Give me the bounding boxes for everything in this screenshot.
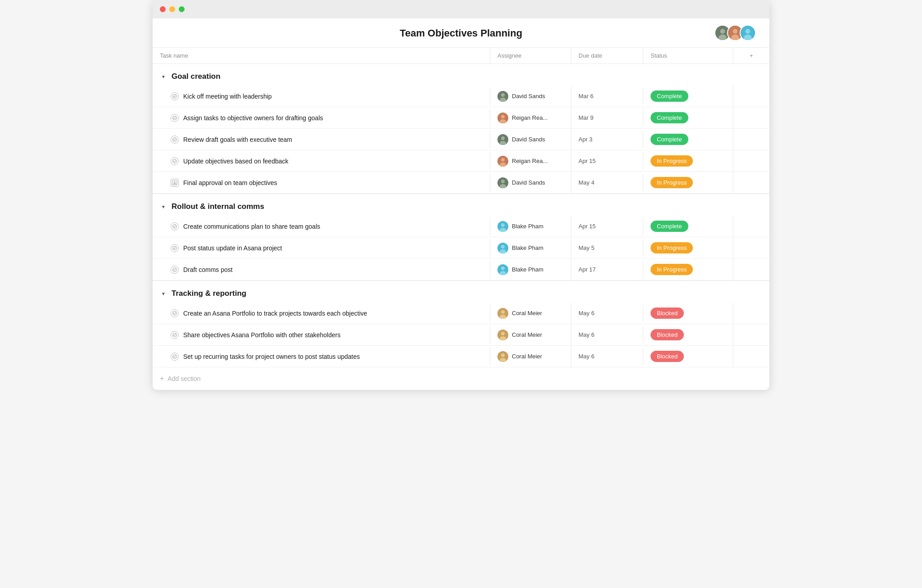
task-name: Create communications plan to share team…	[183, 223, 320, 230]
status-cell: Complete	[643, 216, 733, 237]
assignee-name: David Sands	[512, 93, 545, 100]
add-section-label: Add section	[167, 375, 200, 382]
section-title-goal-creation: Goal creation	[172, 72, 221, 81]
avatar	[497, 91, 508, 102]
section-toggle-goal-creation[interactable]: ▼	[160, 73, 167, 80]
svg-point-1	[720, 29, 725, 34]
assignee-name: Reigan Rea...	[512, 158, 548, 164]
table-row[interactable]: Post status update in Asana project Blak…	[153, 237, 769, 259]
table-row[interactable]: Assign tasks to objective owners for dra…	[153, 107, 769, 129]
task-check-icon[interactable]	[171, 353, 179, 361]
add-col	[733, 156, 769, 166]
task-check-icon[interactable]	[171, 157, 179, 165]
table-row[interactable]: Draft comms post Blake Pham Apr 17 In Pr…	[153, 259, 769, 280]
due-date-cell: Apr 17	[571, 261, 643, 278]
assignee-cell: Reigan Rea...	[490, 151, 571, 172]
due-date-cell: May 6	[571, 326, 643, 343]
col-add[interactable]: +	[733, 48, 769, 63]
task-name-cell: Review draft goals with executive team	[153, 131, 490, 149]
svg-point-4	[733, 29, 738, 34]
table-row[interactable]: Set up recurring tasks for project owner…	[153, 346, 769, 367]
table-row[interactable]: Update objectives based on feedback Reig…	[153, 150, 769, 172]
avatar-blake	[740, 25, 756, 41]
section-tracking-reporting: ▼ Tracking & reporting Create an Asana P…	[153, 281, 769, 367]
status-badge[interactable]: Complete	[651, 221, 688, 232]
svg-point-5	[731, 35, 739, 41]
traffic-light-minimize[interactable]	[169, 6, 175, 12]
col-task-name: Task name	[153, 48, 490, 63]
status-badge[interactable]: Blocked	[651, 329, 684, 340]
app-window: Team Objectives Planning	[153, 0, 769, 390]
table-row[interactable]: Create communications plan to share team…	[153, 216, 769, 237]
status-cell: In Progress	[643, 150, 733, 172]
svg-point-11	[501, 93, 505, 97]
avatar	[497, 308, 508, 319]
svg-point-7	[746, 29, 750, 34]
task-check-icon[interactable]	[171, 114, 179, 122]
svg-point-44	[501, 310, 505, 314]
svg-point-28	[501, 180, 505, 183]
avatar	[497, 221, 508, 232]
due-date-cell: Mar 6	[571, 88, 643, 104]
status-badge[interactable]: Complete	[651, 112, 688, 123]
assignee-cell: Reigan Rea...	[490, 108, 571, 128]
add-col	[733, 91, 769, 101]
assignee-name: Reigan Rea...	[512, 114, 548, 121]
assignee-cell: Coral Meier	[490, 325, 571, 345]
section-rollout-comms: ▼ Rollout & internal comms Create commun…	[153, 194, 769, 280]
assignee-cell: Coral Meier	[490, 303, 571, 324]
traffic-light-close[interactable]	[160, 6, 166, 12]
add-col	[733, 352, 769, 362]
add-col	[733, 330, 769, 340]
task-name: Review draft goals with executive team	[183, 136, 292, 143]
status-badge[interactable]: Complete	[651, 90, 688, 102]
task-person-icon[interactable]	[171, 179, 179, 187]
task-name: Post status update in Asana project	[183, 244, 282, 252]
table-row[interactable]: Review draft goals with executive team D…	[153, 129, 769, 150]
status-badge[interactable]: In Progress	[651, 177, 693, 188]
task-check-icon[interactable]	[171, 92, 179, 100]
status-badge[interactable]: In Progress	[651, 242, 693, 253]
section-title-tracking-reporting: Tracking & reporting	[172, 289, 246, 298]
assignee-name: Blake Pham	[512, 266, 543, 273]
status-badge[interactable]: In Progress	[651, 155, 693, 167]
status-badge[interactable]: Blocked	[651, 308, 684, 319]
table-row[interactable]: Share objectives Asana Portfolio with ot…	[153, 324, 769, 346]
section-toggle-rollout-comms[interactable]: ▼	[160, 203, 167, 210]
task-name-cell: Update objectives based on feedback	[153, 152, 490, 170]
task-check-icon[interactable]	[171, 136, 179, 144]
col-status: Status	[643, 48, 733, 63]
task-check-icon[interactable]	[171, 331, 179, 339]
avatar	[497, 264, 508, 275]
add-col	[733, 135, 769, 145]
svg-point-23	[501, 158, 505, 162]
add-section-button[interactable]: + Add section	[153, 367, 769, 390]
due-date-cell: May 4	[571, 174, 643, 191]
status-cell: Complete	[643, 129, 733, 150]
task-name: Kick off meeting with leadership	[183, 93, 272, 100]
task-name-cell: Set up recurring tasks for project owner…	[153, 348, 490, 366]
assignee-name: Blake Pham	[512, 223, 543, 230]
task-name: Share objectives Asana Portfolio with ot…	[183, 331, 340, 339]
status-badge[interactable]: Complete	[651, 134, 688, 145]
task-check-icon[interactable]	[171, 266, 179, 274]
table-row[interactable]: Final approval on team objectives David …	[153, 172, 769, 194]
plus-icon: +	[160, 375, 164, 383]
task-check-icon[interactable]	[171, 222, 179, 231]
table-header: Task name Assignee Due date Status +	[153, 48, 769, 64]
status-badge[interactable]: In Progress	[651, 264, 693, 275]
section-toggle-tracking-reporting[interactable]: ▼	[160, 290, 167, 297]
table-row[interactable]: Kick off meeting with leadership David S…	[153, 86, 769, 107]
assignee-cell: David Sands	[490, 129, 571, 150]
status-badge[interactable]: Blocked	[651, 351, 684, 362]
due-date-cell: Apr 15	[571, 218, 643, 235]
table-row[interactable]: Create an Asana Portfolio to track proje…	[153, 303, 769, 324]
traffic-light-maximize[interactable]	[179, 6, 185, 12]
task-check-icon[interactable]	[171, 309, 179, 317]
task-check-icon[interactable]	[171, 244, 179, 252]
task-name-cell: Create communications plan to share team…	[153, 217, 490, 235]
due-date-cell: May 6	[571, 348, 643, 365]
task-name-cell: Post status update in Asana project	[153, 239, 490, 257]
svg-point-8	[744, 35, 752, 41]
col-due-date: Due date	[571, 48, 643, 63]
